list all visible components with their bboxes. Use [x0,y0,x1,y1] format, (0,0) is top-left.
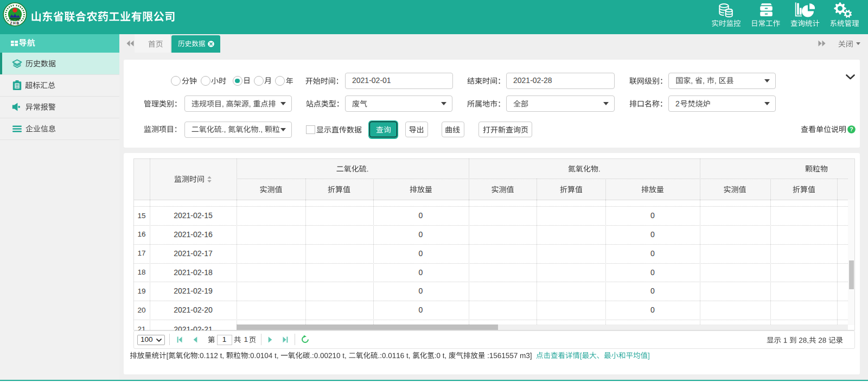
svg-text:?: ? [850,126,853,132]
svg-text:ZHB: ZHB [10,21,20,25]
